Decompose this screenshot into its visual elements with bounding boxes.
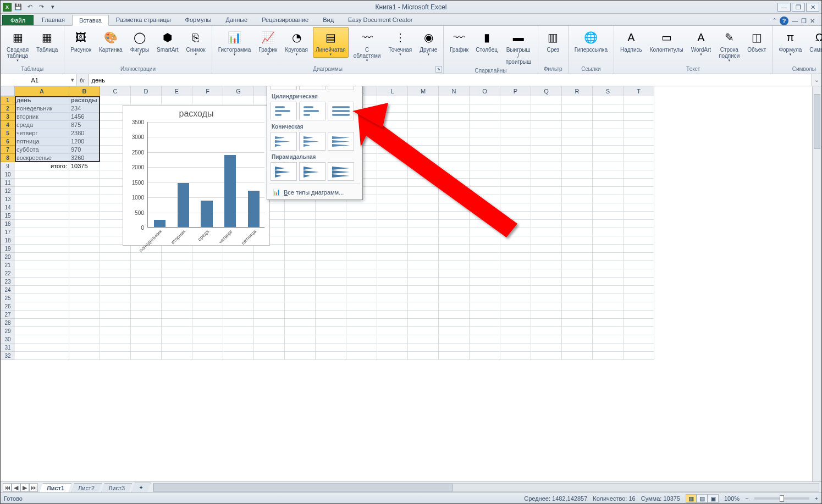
cell-Q26[interactable] bbox=[531, 302, 562, 311]
cell-R20[interactable] bbox=[562, 253, 593, 261]
cell-N31[interactable] bbox=[439, 344, 470, 352]
cell-J18[interactable] bbox=[316, 236, 346, 245]
cell-A14[interactable] bbox=[15, 203, 69, 212]
cell-T1[interactable] bbox=[624, 96, 654, 104]
cell-M26[interactable] bbox=[408, 302, 439, 311]
column-header-B[interactable]: B bbox=[69, 86, 100, 96]
hscroll-thumb[interactable] bbox=[153, 484, 453, 491]
cone-clustered-option[interactable] bbox=[271, 132, 297, 151]
cell-H29[interactable] bbox=[254, 327, 285, 335]
cell-Q29[interactable] bbox=[531, 327, 562, 335]
cell-P30[interactable] bbox=[500, 335, 531, 344]
sheet-nav-next[interactable]: ▶ bbox=[20, 483, 29, 492]
tab-вставка[interactable]: Вставка bbox=[72, 15, 109, 26]
cell-L17[interactable] bbox=[377, 228, 408, 236]
scatter-chart-button[interactable]: ⋮Точечная▼ bbox=[385, 27, 415, 58]
cell-P17[interactable] bbox=[500, 228, 531, 236]
cell-B9[interactable]: 10375 bbox=[69, 162, 100, 170]
row-header-20[interactable]: 20 bbox=[1, 253, 15, 261]
cell-L1[interactable] bbox=[377, 96, 408, 104]
cell-T21[interactable] bbox=[624, 261, 654, 269]
cell-A6[interactable]: пятница bbox=[15, 137, 69, 146]
cell-I15[interactable] bbox=[285, 212, 316, 220]
cell-B16[interactable] bbox=[69, 220, 100, 228]
cell-I22[interactable] bbox=[285, 269, 316, 278]
cell-P16[interactable] bbox=[500, 220, 531, 228]
cell-A19[interactable] bbox=[15, 245, 69, 253]
column-header-E[interactable]: E bbox=[162, 86, 192, 96]
cell-B28[interactable] bbox=[69, 319, 100, 327]
cell-Q27[interactable] bbox=[531, 311, 562, 319]
cell-H20[interactable] bbox=[254, 253, 285, 261]
bar-chart-button[interactable]: ▤Линейчатая▼ bbox=[313, 27, 349, 58]
cell-R10[interactable] bbox=[562, 170, 593, 179]
qat-customize-button[interactable]: ▾ bbox=[48, 2, 58, 12]
cell-M24[interactable] bbox=[408, 286, 439, 294]
cell-P28[interactable] bbox=[500, 319, 531, 327]
cell-T7[interactable] bbox=[624, 146, 654, 154]
cell-K15[interactable] bbox=[346, 212, 377, 220]
cell-B25[interactable] bbox=[69, 294, 100, 302]
cell-L9[interactable] bbox=[377, 162, 408, 170]
view-normal-button[interactable]: ▦ bbox=[686, 494, 697, 503]
cell-O32[interactable] bbox=[470, 352, 500, 360]
cell-L15[interactable] bbox=[377, 212, 408, 220]
cell-O13[interactable] bbox=[470, 195, 500, 203]
formula-bar[interactable]: день bbox=[88, 74, 812, 86]
cell-N3[interactable] bbox=[439, 113, 470, 121]
cell-T8[interactable] bbox=[624, 154, 654, 162]
row-header-17[interactable]: 17 bbox=[1, 228, 15, 236]
cell-Q7[interactable] bbox=[531, 146, 562, 154]
cylinder-clustered-option[interactable] bbox=[271, 102, 297, 120]
cell-F32[interactable] bbox=[192, 352, 223, 360]
cell-A26[interactable] bbox=[15, 302, 69, 311]
column-header-C[interactable]: C bbox=[100, 86, 131, 96]
cell-G23[interactable] bbox=[223, 278, 254, 286]
row-header-21[interactable]: 21 bbox=[1, 261, 15, 269]
cell-O26[interactable] bbox=[470, 302, 500, 311]
cell-A2[interactable]: понедельник bbox=[15, 104, 69, 113]
doc-restore-button[interactable]: ❐ bbox=[801, 18, 807, 25]
cell-N28[interactable] bbox=[439, 319, 470, 327]
tab-главная[interactable]: Главная bbox=[35, 14, 72, 25]
cell-M1[interactable] bbox=[408, 96, 439, 104]
cell-N18[interactable] bbox=[439, 236, 470, 245]
cell-S24[interactable] bbox=[593, 286, 624, 294]
row-header-3[interactable]: 3 bbox=[1, 113, 15, 121]
sparkline-column-button[interactable]: ▮Столбец bbox=[473, 27, 500, 54]
cell-R27[interactable] bbox=[562, 311, 593, 319]
cell-N5[interactable] bbox=[439, 129, 470, 137]
cell-P11[interactable] bbox=[500, 179, 531, 187]
column-header-L[interactable]: L bbox=[377, 86, 408, 96]
cell-R32[interactable] bbox=[562, 352, 593, 360]
cell-P2[interactable] bbox=[500, 104, 531, 113]
cell-P26[interactable] bbox=[500, 302, 531, 311]
cell-S7[interactable] bbox=[593, 146, 624, 154]
cell-L14[interactable] bbox=[377, 203, 408, 212]
cell-K25[interactable] bbox=[346, 294, 377, 302]
cell-N8[interactable] bbox=[439, 154, 470, 162]
other-charts-button[interactable]: ◉Другие▼ bbox=[417, 27, 440, 58]
cell-D25[interactable] bbox=[131, 294, 162, 302]
cell-K29[interactable] bbox=[346, 327, 377, 335]
cell-O4[interactable] bbox=[470, 121, 500, 129]
view-layout-button[interactable]: ▤ bbox=[697, 494, 708, 503]
cell-R25[interactable] bbox=[562, 294, 593, 302]
cell-R24[interactable] bbox=[562, 286, 593, 294]
cell-I21[interactable] bbox=[285, 261, 316, 269]
cell-D1[interactable] bbox=[131, 96, 162, 104]
cell-H22[interactable] bbox=[254, 269, 285, 278]
cell-G32[interactable] bbox=[223, 352, 254, 360]
cell-O27[interactable] bbox=[470, 311, 500, 319]
cell-D27[interactable] bbox=[131, 311, 162, 319]
cell-P20[interactable] bbox=[500, 253, 531, 261]
cell-O18[interactable] bbox=[470, 236, 500, 245]
row-header-7[interactable]: 7 bbox=[1, 146, 15, 154]
cell-C26[interactable] bbox=[100, 302, 131, 311]
cell-J15[interactable] bbox=[316, 212, 346, 220]
cell-M30[interactable] bbox=[408, 335, 439, 344]
cell-S14[interactable] bbox=[593, 203, 624, 212]
cell-I19[interactable] bbox=[285, 245, 316, 253]
cell-Q25[interactable] bbox=[531, 294, 562, 302]
restore-button[interactable]: ❐ bbox=[792, 3, 805, 12]
